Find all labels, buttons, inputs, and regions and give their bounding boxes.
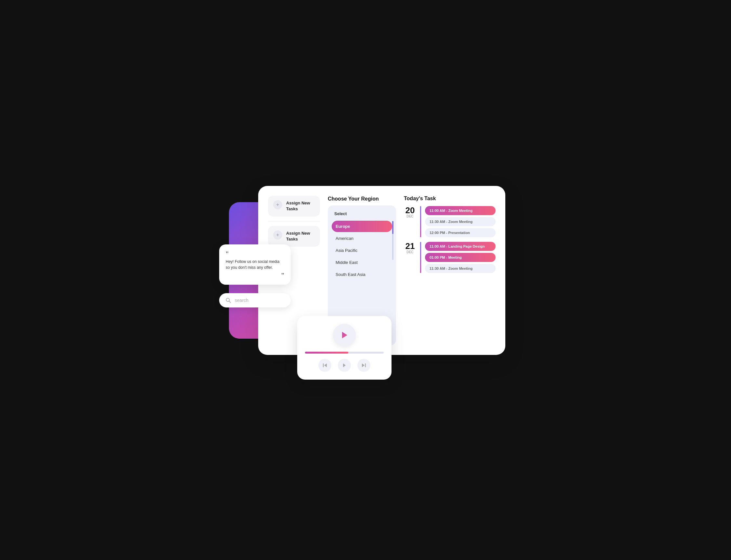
task-label-1: Assign New Tasks	[286, 200, 315, 212]
svg-line-1	[229, 301, 231, 303]
add-icon-1: +	[273, 200, 282, 209]
task-item-2[interactable]: + Assign New Tasks	[268, 226, 320, 247]
event-2-2[interactable]: 01:00 PM - Meeting	[425, 253, 496, 262]
region-option-middle-east[interactable]: Middle East	[332, 257, 392, 268]
search-bar[interactable]: search	[219, 293, 291, 307]
player-controls	[318, 359, 371, 372]
schedule-column: Today's Task 20 Dec 11:00 AM - Zoom Meet…	[404, 196, 496, 345]
event-1-2[interactable]: 11:30 AM - Zoom Meeting	[425, 217, 496, 226]
svg-marker-2	[342, 332, 347, 338]
event-2-3[interactable]: 11:30 AM - Zoom Meeting	[425, 264, 496, 273]
play-button-large[interactable]	[333, 324, 356, 346]
accent-bar-2	[420, 242, 421, 273]
event-1-3[interactable]: 12:00 PM - Presentation	[425, 228, 496, 237]
quote-text: Hey! Follow us on social media so you do…	[226, 259, 284, 270]
task-item-1[interactable]: + Assign New Tasks	[268, 196, 320, 216]
schedule-date-1: 20 Dec	[404, 206, 416, 218]
region-select-label: Select	[332, 209, 392, 218]
event-1-1[interactable]: 11:00 AM - Zoom Meeting	[425, 206, 496, 215]
region-option-asia-pacific[interactable]: Asia Pacific	[332, 245, 392, 256]
quote-card: " Hey! Follow us on social media so you …	[219, 244, 291, 285]
region-option-south-east-asia[interactable]: South East Asia	[332, 269, 392, 280]
schedule-events-1: 11:00 AM - Zoom Meeting 11:30 AM - Zoom …	[425, 206, 496, 237]
task-label-2: Assign New Tasks	[286, 230, 315, 242]
svg-marker-5	[343, 363, 346, 367]
region-option-europe[interactable]: Europe	[332, 221, 392, 232]
schedule-day-2: 21 Dec 11:00 AM - Landing Page Design 01…	[404, 242, 496, 273]
accent-bar-1	[420, 206, 421, 237]
region-option-american[interactable]: American	[332, 233, 392, 244]
scene: + Assign New Tasks + Assign New Tasks Ch…	[219, 176, 512, 384]
quote-open-icon: "	[226, 250, 284, 257]
day-number-2: 21	[404, 242, 416, 250]
svg-rect-4	[323, 363, 324, 367]
svg-rect-7	[365, 363, 366, 367]
media-player-card	[297, 316, 392, 380]
region-title: Choose Your Region	[328, 196, 396, 202]
day-number-1: 20	[404, 206, 416, 215]
skip-forward-button[interactable]	[357, 359, 371, 372]
progress-fill	[305, 352, 348, 354]
event-2-1[interactable]: 11:00 AM - Landing Page Design	[425, 242, 496, 251]
schedule-title: Today's Task	[404, 196, 496, 202]
skip-back-button[interactable]	[318, 359, 331, 372]
add-icon-2: +	[273, 230, 282, 240]
schedule-day-1: 20 Dec 11:00 AM - Zoom Meeting 11:30 AM …	[404, 206, 496, 237]
search-icon	[225, 297, 231, 304]
progress-track[interactable]	[305, 352, 384, 354]
schedule-events-2: 11:00 AM - Landing Page Design 01:00 PM …	[425, 242, 496, 273]
region-scrollbar[interactable]	[392, 221, 394, 260]
schedule-date-2: 21 Dec	[404, 242, 416, 254]
play-pause-button[interactable]	[338, 359, 351, 372]
svg-marker-6	[362, 363, 364, 367]
quote-close-icon: "	[226, 272, 284, 279]
svg-marker-3	[324, 363, 327, 367]
region-scrollbar-thumb	[392, 221, 394, 234]
search-placeholder: search	[235, 298, 248, 303]
